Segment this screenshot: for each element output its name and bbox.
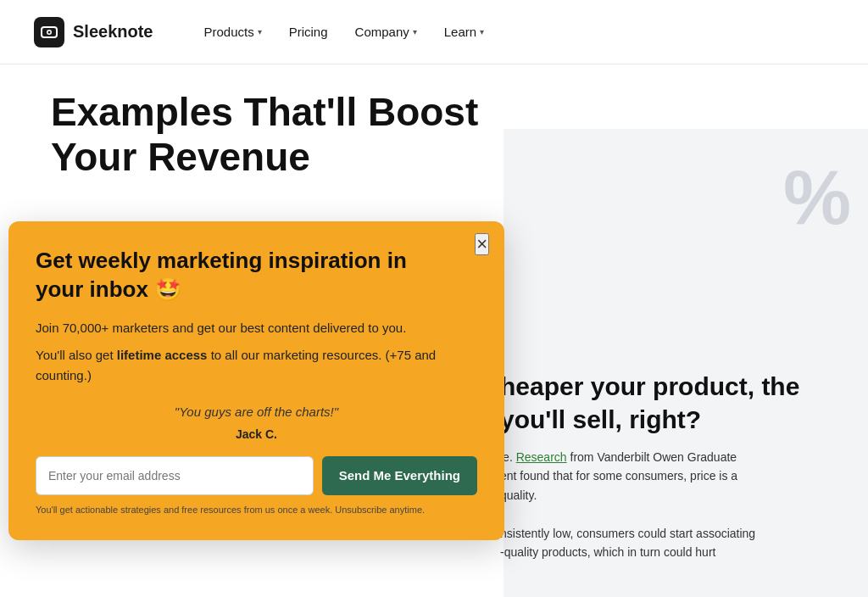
logo-text: Sleeknote <box>73 22 153 42</box>
article-heading: heaper your product, theyou'll sell, rig… <box>500 370 843 436</box>
popup-body-line2: You'll also get lifetime access to all o… <box>36 345 477 386</box>
logo-icon <box>34 17 64 47</box>
popup-disclaimer: You'll get actionable strategies and fre… <box>36 504 477 516</box>
popup-modal: × Get weekly marketing inspiration in yo… <box>8 221 504 540</box>
email-input[interactable] <box>36 456 314 495</box>
page-title: Examples That'll Boost Your Revenue <box>51 90 478 180</box>
nav-items: Products ▾ Pricing Company ▾ Learn ▾ <box>203 25 834 39</box>
chevron-down-icon: ▾ <box>413 27 417 36</box>
hero-section: Examples That'll Boost Your Revenue <box>51 90 478 180</box>
lifetime-access-text: lifetime access <box>117 348 208 362</box>
nav-learn-label: Learn <box>444 25 476 39</box>
article-content: heaper your product, theyou'll sell, rig… <box>483 361 860 570</box>
popup-emoji: 🤩 <box>154 276 181 302</box>
svg-point-2 <box>48 31 51 33</box>
signup-form: Send Me Everything <box>36 456 477 495</box>
percent-symbol: % <box>783 154 851 242</box>
nav-item-company[interactable]: Company ▾ <box>355 25 417 39</box>
submit-button[interactable]: Send Me Everything <box>322 456 477 495</box>
article-body: le. Research from Vanderbilt Owen Gradua… <box>500 448 843 561</box>
testimonial-author: Jack C. <box>36 427 477 441</box>
logo[interactable]: Sleeknote <box>34 17 153 47</box>
navbar: Sleeknote Products ▾ Pricing Company ▾ L… <box>0 0 868 64</box>
nav-item-learn[interactable]: Learn ▾ <box>444 25 484 39</box>
chevron-down-icon: ▾ <box>258 27 262 36</box>
nav-pricing-label: Pricing <box>289 25 328 39</box>
popup-body-line1: Join 70,000+ marketers and get our best … <box>36 318 477 338</box>
testimonial-area: "You guys are off the charts!" Jack C. <box>36 405 477 441</box>
nav-products-label: Products <box>203 25 253 39</box>
nav-item-pricing[interactable]: Pricing <box>289 25 328 39</box>
close-button[interactable]: × <box>475 233 489 255</box>
chevron-down-icon: ▾ <box>480 27 484 36</box>
research-link[interactable]: Research <box>516 450 567 464</box>
nav-item-products[interactable]: Products ▾ <box>203 25 261 39</box>
popup-headline: Get weekly marketing inspiration in your… <box>36 247 442 304</box>
testimonial-quote: "You guys are off the charts!" <box>36 405 477 419</box>
nav-company-label: Company <box>355 25 409 39</box>
